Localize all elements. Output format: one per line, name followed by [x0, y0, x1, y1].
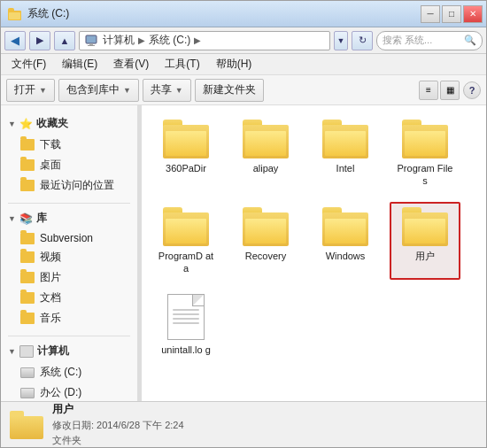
file-label-uninstall: unintall.lo g	[161, 344, 211, 356]
status-bar: 用户 修改日期: 2014/6/28 下午 2:24 文件夹	[1, 401, 486, 447]
open-label: 打开	[14, 82, 35, 97]
minimize-button[interactable]: ─	[421, 5, 440, 23]
libraries-header[interactable]: ▼ 📚 库	[1, 207, 137, 229]
favorites-header[interactable]: ▼ ⭐ 收藏夹	[1, 112, 137, 135]
favorites-label: 收藏夹	[36, 116, 68, 131]
sidebar-item-subversion[interactable]: Subversion	[1, 229, 137, 247]
sidebar-item-documents[interactable]: 文档	[1, 288, 137, 308]
doc-lines	[173, 309, 199, 327]
libraries-arrow: ▼	[8, 214, 16, 223]
back-button[interactable]: ◀	[4, 31, 26, 50]
include-arrow: ▼	[123, 86, 131, 95]
sidebar-item-downloads[interactable]: 下载	[1, 135, 137, 155]
file-label-alipay: alipay	[253, 162, 279, 174]
toolbar: 打开 ▼ 包含到库中 ▼ 共享 ▼ 新建文件夹 ≡ ▦ ?	[1, 75, 486, 105]
computer-section: ▼ 计算机 系统 (C:) 办公 (D:)	[1, 340, 137, 401]
d-drive-icon	[20, 388, 35, 398]
menu-file[interactable]: 文件(F)	[4, 55, 53, 73]
folder-inner	[166, 219, 206, 243]
svg-rect-3	[86, 35, 97, 43]
c-drive-icon	[20, 367, 35, 378]
file-item-360padir[interactable]: 360PaDir	[151, 114, 221, 193]
doc-line-3	[173, 318, 199, 320]
include-library-button[interactable]: 包含到库中 ▼	[58, 79, 139, 102]
view-list-button[interactable]: ≡	[419, 81, 438, 100]
sidebar-item-desktop[interactable]: 桌面	[1, 155, 137, 175]
c-drive-label: 系统 (C:)	[40, 365, 81, 380]
folder-inner	[166, 131, 206, 156]
sidebar-item-video[interactable]: 视频	[1, 247, 137, 267]
doc-line-2	[173, 313, 199, 315]
music-icon	[20, 313, 35, 324]
downloads-label: 下载	[40, 137, 61, 152]
sidebar-item-music[interactable]: 音乐	[1, 308, 137, 328]
file-item-uninstall[interactable]: unintall.lo g	[151, 289, 221, 361]
computer-label: 计算机	[37, 344, 69, 359]
file-label-programdata: ProgramD ata	[156, 250, 216, 275]
refresh-button[interactable]: ↻	[352, 31, 373, 50]
status-folder-icon	[10, 411, 43, 439]
open-button[interactable]: 打开 ▼	[6, 79, 55, 102]
file-item-users[interactable]: 用户	[390, 202, 460, 281]
address-path[interactable]: 计算机 ▶ 系统 (C:) ▶	[79, 31, 330, 50]
file-item-alipay[interactable]: alipay	[230, 114, 301, 193]
maximize-button[interactable]: □	[442, 5, 461, 23]
sidebar-item-d-drive[interactable]: 办公 (D:)	[1, 382, 137, 401]
libraries-icon: 📚	[19, 212, 33, 225]
view-details-button[interactable]: ▦	[440, 81, 460, 100]
sidebar-item-c-drive[interactable]: 系统 (C:)	[1, 362, 137, 382]
computer-header[interactable]: ▼ 计算机	[1, 340, 137, 362]
content-area: ▼ ⭐ 收藏夹 下载 桌面 最近访问的位置	[1, 105, 486, 401]
menu-help[interactable]: 帮助(H)	[209, 55, 259, 73]
share-button[interactable]: 共享 ▼	[143, 79, 191, 102]
documents-label: 文档	[40, 290, 61, 305]
folder-inner	[405, 131, 445, 156]
file-item-program-files[interactable]: Program Files	[390, 114, 460, 193]
folder-inner	[245, 131, 286, 156]
libraries-section: ▼ 📚 库 Subversion 视频 图片	[1, 207, 137, 328]
help-button[interactable]: ?	[463, 81, 481, 99]
svg-rect-5	[88, 45, 95, 46]
search-box[interactable]: 搜索 系统... 🔍	[376, 31, 483, 50]
file-grid: 360PaDir alipay	[151, 114, 477, 361]
downloads-icon	[20, 139, 35, 151]
folder-icon-program-files	[402, 120, 448, 158]
menu-edit[interactable]: 编辑(E)	[55, 55, 104, 73]
new-folder-button[interactable]: 新建文件夹	[195, 79, 264, 102]
subversion-label: Subversion	[40, 232, 93, 244]
file-item-windows[interactable]: Windows	[310, 202, 381, 281]
sidebar-item-recent[interactable]: 最近访问的位置	[1, 175, 137, 196]
file-item-programdata[interactable]: ProgramD ata	[151, 202, 221, 281]
new-folder-label: 新建文件夹	[203, 82, 256, 97]
file-item-recovery[interactable]: Recovery	[230, 202, 301, 281]
file-item-intel[interactable]: Intel	[310, 114, 381, 193]
desktop-label: 桌面	[40, 158, 61, 173]
sidebar-item-pictures[interactable]: 图片	[1, 267, 137, 288]
doc-icon-uninstall	[167, 294, 205, 340]
share-label: 共享	[151, 82, 172, 97]
close-button[interactable]: ✕	[463, 5, 483, 23]
folder-icon-programdata	[163, 207, 209, 246]
path-drive: 系统 (C:)	[149, 33, 190, 48]
menu-tools[interactable]: 工具(T)	[158, 55, 206, 73]
up-button[interactable]: ▲	[54, 31, 75, 50]
folder-icon-alipay	[243, 120, 289, 158]
computer-arrow: ▼	[8, 347, 16, 356]
file-label-users: 用户	[415, 250, 435, 262]
computer-icon	[19, 345, 34, 358]
computer-icon	[85, 35, 99, 47]
sidebar-divider-2	[8, 336, 130, 336]
subversion-icon	[20, 233, 35, 244]
svg-rect-4	[89, 43, 93, 45]
menu-view[interactable]: 查看(V)	[106, 55, 156, 73]
folder-inner	[405, 219, 445, 243]
address-dropdown[interactable]: ▼	[334, 31, 348, 50]
libraries-label: 库	[36, 211, 47, 226]
forward-button[interactable]: ▶	[29, 31, 50, 50]
folder-icon-windows	[322, 207, 368, 246]
recent-label: 最近访问的位置	[40, 178, 114, 193]
folder-icon-recovery	[243, 207, 289, 246]
menu-bar: 文件(F) 编辑(E) 查看(V) 工具(T) 帮助(H)	[1, 54, 486, 75]
desktop-icon	[20, 159, 35, 171]
folder-icon-intel	[322, 120, 368, 158]
